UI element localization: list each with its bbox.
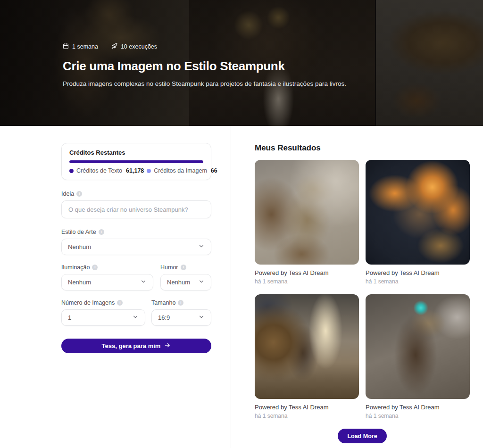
result-timestamp: há 1 semana xyxy=(366,413,470,419)
lighting-value: Nenhum xyxy=(68,279,91,286)
executions-badge: 10 execuções xyxy=(111,43,157,50)
chevron-down-icon xyxy=(198,243,205,251)
image-credits-value: 66 xyxy=(211,167,217,174)
result-card: Powered by Tess AI Dream há 1 semana xyxy=(255,294,359,419)
main-content: Créditos Restantes Créditos de Texto 61,… xyxy=(0,126,483,448)
duration-badge: 1 semana xyxy=(63,43,98,50)
result-image-steampunk-phoenix[interactable] xyxy=(366,160,470,265)
result-image-steampunk-robot[interactable] xyxy=(366,294,470,399)
load-more-container: Load More xyxy=(255,429,470,443)
result-timestamp: há 1 semana xyxy=(255,278,359,285)
info-icon[interactable]: i xyxy=(92,265,98,270)
lighting-mood-row: Iluminação i Nenhum Humor i xyxy=(61,264,211,290)
duration-badge-label: 1 semana xyxy=(72,43,98,50)
count-size-row: Número de Imagens i 1 Tamanho i xyxy=(61,299,211,326)
hero-banner: 1 semana 10 execuções Crie uma Imagem no… xyxy=(0,0,483,126)
credits-legend: Créditos de Texto 61,178 Créditos da Ima… xyxy=(69,167,203,174)
credits-card: Créditos Restantes Créditos de Texto 61,… xyxy=(61,143,211,180)
info-icon[interactable]: i xyxy=(181,265,186,270)
chevron-down-icon xyxy=(140,278,147,286)
generator-form-panel: Créditos Restantes Créditos de Texto 61,… xyxy=(61,126,211,353)
generate-button-label: Tess, gera para mim xyxy=(102,342,161,349)
calendar-icon xyxy=(63,43,69,50)
art-style-value: Nenhum xyxy=(68,243,91,250)
idea-label: Ideia i xyxy=(61,191,211,197)
text-credits-label: Créditos de Texto xyxy=(76,167,122,174)
info-icon[interactable]: i xyxy=(117,300,123,306)
result-caption: Powered by Tess AI Dream xyxy=(255,269,359,276)
page-subtitle: Produza imagens complexas no estilo Stea… xyxy=(63,80,402,87)
hero-content: 1 semana 10 execuções Crie uma Imagem no… xyxy=(63,43,402,87)
results-grid: Powered by Tess AI Dream há 1 semana Pow… xyxy=(255,160,470,419)
executions-badge-label: 10 execuções xyxy=(121,43,157,50)
column-divider xyxy=(231,126,231,448)
result-timestamp: há 1 semana xyxy=(366,278,470,285)
num-images-value: 1 xyxy=(68,314,71,321)
arrow-right-icon xyxy=(164,342,171,350)
mood-select[interactable]: Nenhum xyxy=(160,274,211,290)
mood-label: Humor i xyxy=(160,264,211,271)
lighting-select[interactable]: Nenhum xyxy=(61,274,153,290)
art-style-select[interactable]: Nenhum xyxy=(61,239,211,255)
result-image-steampunk-dragon[interactable] xyxy=(255,160,359,265)
image-credits-label: Créditos da Imagem xyxy=(154,167,207,174)
result-caption: Powered by Tess AI Dream xyxy=(366,404,470,411)
result-timestamp: há 1 semana xyxy=(255,413,359,419)
lighting-label: Iluminação i xyxy=(61,264,153,271)
text-credits-dot xyxy=(69,169,74,173)
page: 1 semana 10 execuções Crie uma Imagem no… xyxy=(0,0,483,448)
generate-button[interactable]: Tess, gera para mim xyxy=(61,339,211,353)
results-panel: Meus Resultados Powered by Tess AI Dream… xyxy=(255,126,470,443)
art-style-label: Estilo de Arte i xyxy=(61,229,211,235)
num-images-select[interactable]: 1 xyxy=(61,309,145,326)
hero-badges: 1 semana 10 execuções xyxy=(63,43,402,50)
chevron-down-icon xyxy=(198,314,205,322)
credits-progress-bar xyxy=(69,160,203,163)
results-title: Meus Resultados xyxy=(255,143,470,153)
num-images-label: Número de Imagens i xyxy=(61,299,145,306)
result-card: Powered by Tess AI Dream há 1 semana xyxy=(255,160,359,285)
result-card: Powered by Tess AI Dream há 1 semana xyxy=(366,160,470,285)
mood-value: Nenhum xyxy=(167,279,190,286)
credits-title: Créditos Restantes xyxy=(69,149,203,156)
text-credits-value: 61,178 xyxy=(126,167,144,174)
credits-progress-fill xyxy=(69,160,203,163)
result-caption: Powered by Tess AI Dream xyxy=(255,404,359,411)
result-caption: Powered by Tess AI Dream xyxy=(366,269,470,276)
info-icon[interactable]: i xyxy=(99,229,104,235)
size-label: Tamanho i xyxy=(151,299,211,306)
load-more-button[interactable]: Load More xyxy=(338,429,386,443)
info-icon[interactable]: i xyxy=(76,191,82,197)
rocket-icon xyxy=(111,43,117,50)
result-image-steampunk-child[interactable] xyxy=(255,294,359,399)
info-icon[interactable]: i xyxy=(178,300,183,306)
chevron-down-icon xyxy=(132,314,139,322)
chevron-down-icon xyxy=(198,278,205,286)
idea-input[interactable] xyxy=(61,200,211,218)
size-select[interactable]: 16:9 xyxy=(151,309,211,326)
page-title: Crie uma Imagem no Estilo Steampunk xyxy=(63,59,402,74)
size-value: 16:9 xyxy=(158,314,170,321)
result-card: Powered by Tess AI Dream há 1 semana xyxy=(366,294,470,419)
image-credits-dot xyxy=(147,169,151,173)
